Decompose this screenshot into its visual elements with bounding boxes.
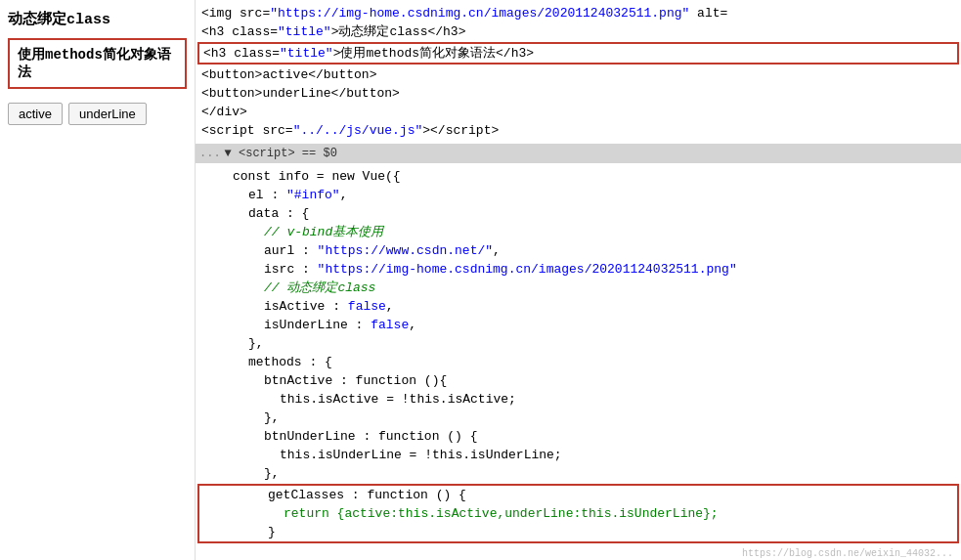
code-line: // v-bind基本使用 [196,223,961,241]
code-line-highlighted: } [199,523,957,541]
code-line: methods : { [196,353,961,371]
active-button[interactable]: active [8,103,63,125]
code-line-highlighted: return {active:this.isActive,underLine:t… [199,504,957,523]
code-text: // 动态绑定class [264,279,375,297]
code-line: isUnderLine : false, [196,316,961,334]
code-line: btnActive : function (){ [196,371,961,390]
code-text: isUnderLine : false, [264,316,416,334]
code-line: }, [196,464,961,483]
code-text: <h3 class="title">动态绑定class</h3> [201,22,465,41]
code-line: el : "#info", [196,186,961,204]
code-text: btnUnderLine : function () { [264,427,477,446]
button-row: active underLine [8,103,187,125]
code-text: }, [264,464,280,483]
code-text: isActive : false, [264,297,394,316]
code-text: } [268,523,276,541]
highlight-box: 使用methods简化对象语法 [8,38,187,89]
code-line: // 动态绑定class [196,279,961,297]
code-line: }, [196,334,961,353]
highlight-text: 使用methods简化对象语法 [18,46,177,81]
highlighted-js-block: getClasses : function () { return {activ… [197,484,959,543]
code-text: el : "#info", [248,186,347,204]
code-text: <button>active</button> [201,65,376,84]
code-line: </div> [196,103,961,121]
code-text: <img src="https://img-home.csdnimg.cn/im… [201,4,727,22]
left-panel: 动态绑定class 使用methods简化对象语法 active underLi… [0,0,196,560]
code-text: <script src="../../js/vue.js"></script> [201,121,499,140]
code-line: <button>underLine</button> [196,84,961,103]
js-code-block: const info = new Vue({ el : "#info", dat… [196,163,961,548]
right-panel: <img src="https://img-home.csdnimg.cn/im… [196,0,961,560]
code-text: }, [248,334,264,353]
dots: ... [199,147,221,160]
code-text: }, [264,409,280,427]
code-text: getClasses : function () { [268,486,466,504]
code-text: </div> [201,103,247,121]
code-text: btnActive : function (){ [264,371,447,390]
code-text: <button>underLine</button> [201,84,400,103]
code-text: const info = new Vue({ [233,167,401,186]
code-text: data : { [248,204,309,223]
code-text: aurl : "https://www.csdn.net/", [264,241,501,260]
html-code-block: <img src="https://img-home.csdnimg.cn/im… [196,0,961,144]
code-text: this.isUnderLine = !this.isUnderLine; [280,446,562,464]
code-line: aurl : "https://www.csdn.net/", [196,241,961,260]
left-title: 动态绑定class [8,10,187,28]
code-text: isrc : "https://img-home.csdnimg.cn/imag… [264,260,737,279]
script-bar: ... ▼ <script> == $0 [196,144,961,163]
footer-hint: https://blog.csdn.ne/weixin_44032... [196,548,961,559]
code-line: const info = new Vue({ [196,167,961,186]
code-line: data : { [196,204,961,223]
code-line: isrc : "https://img-home.csdnimg.cn/imag… [196,260,961,279]
code-text: methods : { [248,353,332,371]
code-line: this.isActive = !this.isActive; [196,390,961,409]
code-line-highlighted: <h3 class="title">使用methods简化对象语法</h3> [203,44,953,63]
highlighted-line: <h3 class="title">使用methods简化对象语法</h3> [197,42,959,65]
code-line-highlighted: getClasses : function () { [199,486,957,504]
underline-button[interactable]: underLine [68,103,147,125]
code-line: btnUnderLine : function () { [196,427,961,446]
code-line: this.isUnderLine = !this.isUnderLine; [196,446,961,464]
script-label: ▼ <script> == $0 [225,147,337,160]
code-text: // v-bind基本使用 [264,223,383,241]
code-line: }, [196,409,961,427]
code-text: <h3 class="title">使用methods简化对象语法</h3> [203,44,534,63]
code-line: isActive : false, [196,297,961,316]
code-line: <script src="../../js/vue.js"></script> [196,121,961,140]
code-text: return {active:this.isActive,underLine:t… [284,504,719,523]
code-line: <h3 class="title">动态绑定class</h3> [196,22,961,41]
code-line: <img src="https://img-home.csdnimg.cn/im… [196,4,961,22]
code-text: this.isActive = !this.isActive; [280,390,516,409]
code-line: <button>active</button> [196,65,961,84]
